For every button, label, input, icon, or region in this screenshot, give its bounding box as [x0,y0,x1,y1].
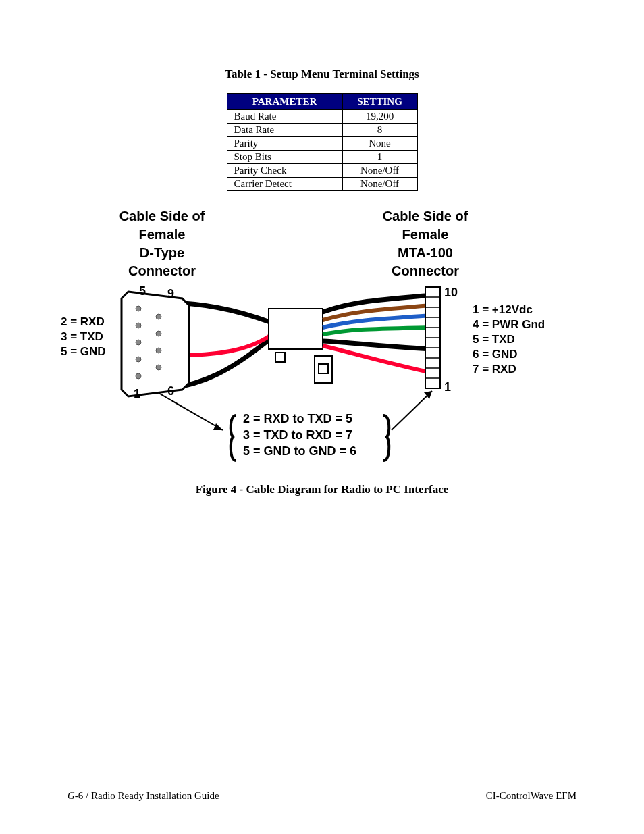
cable-diagram: Cable Side of Female D-Type Connector Ca… [68,207,594,477]
table-row: Carrier DetectNone/Off [227,178,417,191]
settings-table: PARAMETER SETTING Baud Rate19,200 Data R… [227,93,418,191]
cell-param: Stop Bits [227,151,342,164]
svg-point-4 [136,306,141,311]
pin-num-5: 5 [139,284,146,298]
svg-point-5 [136,323,141,328]
cell-param: Data Rate [227,124,342,137]
cell-param: Parity Check [227,164,342,178]
header-setting: SETTING [342,94,417,110]
table-header-row: PARAMETER SETTING [227,94,417,110]
footer-left: G-6 / Radio Ready Installation Guide [68,790,219,802]
cell-setting: None/Off [342,178,417,191]
mapping-line-3: 5 = GND to GND = 6 [243,444,356,459]
svg-point-6 [136,340,141,345]
table-row: ParityNone [227,137,417,151]
table-caption: Table 1 - Setup Menu Terminal Settings [68,68,576,81]
footer-doc-title: / Radio Ready Installation Guide [83,790,219,801]
header-parameter: PARAMETER [227,94,342,110]
page: Table 1 - Setup Menu Terminal Settings P… [0,0,644,834]
table-row: Stop Bits1 [227,151,417,164]
svg-point-12 [156,365,161,370]
pin-num-6: 6 [167,384,174,398]
svg-rect-3 [319,364,328,373]
cell-param: Carrier Detect [227,178,342,191]
page-footer: G-6 / Radio Ready Installation Guide CI-… [68,790,576,802]
pin-num-10: 10 [444,286,458,300]
footer-right: CI-ControlWave EFM [486,790,576,802]
table-row: Data Rate8 [227,124,417,137]
figure-caption: Figure 4 - Cable Diagram for Radio to PC… [68,483,576,496]
svg-rect-1 [275,353,285,362]
cell-setting: 8 [342,124,417,137]
table-row: Parity CheckNone/Off [227,164,417,178]
left-pin-txd: 3 = TXD [61,330,103,344]
cell-setting: 1 [342,151,417,164]
svg-marker-24 [213,423,223,430]
cell-setting: 19,200 [342,110,417,124]
right-pin-pwrgnd: 4 = PWR Gnd [473,318,545,332]
pin-num-1: 1 [134,387,140,401]
cell-param: Baud Rate [227,110,342,124]
mapping-line-1: 2 = RXD to TXD = 5 [243,411,352,427]
svg-point-8 [136,373,141,379]
right-pin-rxd: 7 = RXD [473,363,516,376]
pin-num-9: 9 [167,287,174,301]
table-row: Baud Rate19,200 [227,110,417,124]
cell-setting: None [342,137,417,151]
svg-point-11 [156,348,161,353]
svg-point-10 [156,331,161,336]
svg-line-23 [159,393,223,430]
svg-point-7 [136,357,141,362]
svg-line-25 [392,391,432,430]
svg-rect-0 [269,309,323,349]
pin-num-r1: 1 [444,380,451,394]
svg-point-9 [156,314,161,319]
mapping-line-2: 3 = TXD to RXD = 7 [243,427,352,443]
right-pin-12v: 1 = +12Vdc [473,303,533,317]
footer-page-prefix: G- [68,790,78,801]
right-pin-txd: 5 = TXD [473,333,515,346]
left-pin-rxd: 2 = RXD [61,315,105,329]
left-pin-gnd: 5 = GND [61,345,106,359]
cell-param: Parity [227,137,342,151]
right-pin-gnd: 6 = GND [473,348,518,361]
cell-setting: None/Off [342,164,417,178]
